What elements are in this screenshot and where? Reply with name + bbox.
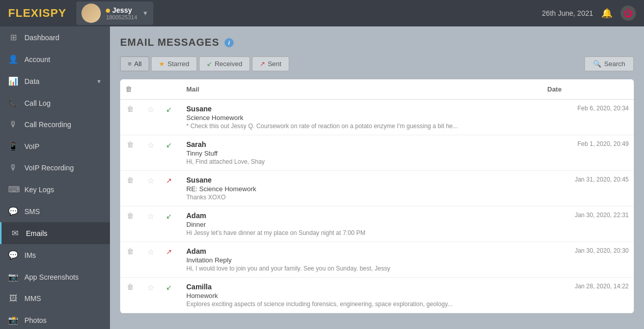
sidebar-item-label: Emails	[26, 229, 102, 237]
sidebar-item-voip[interactable]: 📱 VoIP	[0, 135, 110, 157]
sidebar-item-account[interactable]: 👤 Account	[0, 48, 110, 70]
mail-subject[interactable]: Homework	[186, 292, 537, 300]
sidebar-item-call-log[interactable]: 📞 Call Log	[0, 92, 110, 114]
user-info: Jessy 1800525314	[106, 6, 137, 20]
mail-subject[interactable]: Dinner	[186, 221, 537, 228]
power-icon[interactable]: ⏻	[621, 6, 636, 21]
received-direction-icon: ↙	[166, 99, 172, 113]
direction-cell: ↙	[161, 135, 181, 171]
direction-cell: ↙	[161, 278, 181, 313]
tab-received[interactable]: ↙ Received	[199, 56, 250, 71]
search-button[interactable]: 🔍 Search	[584, 56, 634, 71]
user-section[interactable]: Jessy 1800525314 ▼	[76, 2, 153, 25]
trash-icon[interactable]: 🗑	[127, 212, 134, 220]
topbar-left: FLEXISPY Jessy 1800525314 ▼	[8, 2, 153, 25]
star-cell[interactable]: ☆	[141, 100, 161, 135]
delete-cell[interactable]: 🗑	[120, 206, 141, 242]
sidebar-item-app-screenshots[interactable]: 📷 App Screenshots	[0, 266, 110, 288]
sms-icon: 💬	[8, 206, 18, 216]
sidebar-item-label: VoIP	[24, 142, 102, 151]
trash-icon[interactable]: 🗑	[127, 283, 134, 291]
list-icon: ≡	[128, 60, 132, 68]
star-cell[interactable]: ☆	[141, 242, 161, 278]
sender-name: Sarah	[186, 140, 537, 148]
mail-subject[interactable]: RE: Science Homework	[186, 185, 537, 193]
mail-preview: Explores exciting aspects of science inc…	[186, 301, 517, 308]
trash-icon[interactable]: 🗑	[127, 105, 134, 113]
direction-cell: ↙	[161, 100, 181, 135]
mail-subject[interactable]: Invitation Reply	[186, 256, 537, 264]
tab-starred[interactable]: ★ Starred	[151, 56, 197, 71]
star-icon[interactable]: ☆	[147, 283, 154, 292]
star-icon[interactable]: ☆	[147, 212, 154, 221]
sent-direction-icon: ↗	[166, 242, 172, 256]
delete-cell[interactable]: 🗑	[120, 135, 141, 171]
key-logs-icon: ⌨	[8, 185, 18, 194]
sidebar-item-label: SMS	[24, 207, 102, 216]
sidebar-item-call-recording[interactable]: 🎙 Call Recording	[0, 114, 110, 135]
table-header-row: 🗑 Mail Date	[120, 79, 634, 100]
sidebar-item-voip-recording[interactable]: 🎙 VoIP Recording	[0, 157, 110, 178]
star-cell[interactable]: ☆	[141, 206, 161, 242]
sidebar-item-photos[interactable]: 📸 Photos	[0, 309, 110, 329]
sidebar-item-label: Photos	[24, 316, 102, 324]
topbar: FLEXISPY Jessy 1800525314 ▼ 26th June, 2…	[0, 0, 644, 26]
col-header-date: Date	[542, 79, 634, 100]
info-icon[interactable]: i	[225, 38, 234, 47]
tab-sent[interactable]: ↗ Sent	[252, 56, 289, 71]
sidebar-item-mms[interactable]: 🖼 MMS	[0, 288, 110, 309]
mail-date: Jan 28, 2020, 14:22	[542, 278, 634, 313]
sidebar-item-sms[interactable]: 💬 SMS	[0, 200, 110, 222]
sidebar-item-dashboard[interactable]: ⊞ Dashboard	[0, 26, 110, 48]
col-header-delete: 🗑	[120, 79, 141, 100]
trash-icon[interactable]: 🗑	[127, 176, 134, 184]
mail-subject[interactable]: Tinny Stuff	[186, 149, 537, 157]
received-direction-icon: ↙	[166, 206, 172, 220]
sender-name: Camilla	[186, 283, 537, 291]
star-cell[interactable]: ☆	[141, 135, 161, 171]
table-row: 🗑 ☆ ↗ Susane RE: Science Homework Thanks…	[120, 171, 634, 206]
trash-icon[interactable]: 🗑	[127, 140, 134, 148]
main-layout: ⊞ Dashboard 👤 Account 📊 Data ▼ 📞 Call Lo…	[0, 26, 644, 329]
sidebar-item-key-logs[interactable]: ⌨ Key Logs	[0, 178, 110, 200]
sidebar: ⊞ Dashboard 👤 Account 📊 Data ▼ 📞 Call Lo…	[0, 26, 110, 329]
mail-cell: Adam Dinner Hi Jessy let's have dinner a…	[181, 206, 542, 242]
mail-preview: Hi, I would love to join you and your fa…	[186, 265, 517, 272]
star-icon[interactable]: ☆	[147, 105, 154, 114]
sidebar-item-data[interactable]: 📊 Data ▼	[0, 70, 110, 92]
logo-flexi: FLEXI	[8, 7, 42, 19]
star-icon[interactable]: ☆	[147, 248, 154, 256]
star-icon[interactable]: ☆	[147, 141, 154, 149]
sidebar-item-emails[interactable]: ✉ Emails	[0, 222, 110, 244]
chevron-down-icon[interactable]: ▼	[143, 10, 149, 17]
mail-cell: Camilla Homework Explores exciting aspec…	[181, 278, 542, 313]
sidebar-item-label: Call Log	[24, 99, 102, 107]
sender-name: Adam	[186, 247, 537, 255]
received-direction-icon: ↙	[166, 277, 172, 291]
delete-cell[interactable]: 🗑	[120, 100, 141, 135]
bell-icon[interactable]: 🔔	[601, 8, 612, 19]
tab-all[interactable]: ≡ All	[120, 56, 149, 71]
delete-cell[interactable]: 🗑	[120, 278, 141, 313]
col-header-star	[141, 79, 161, 100]
voip-icon: 📱	[8, 141, 18, 151]
sidebar-item-ims[interactable]: 💬 IMs	[0, 244, 110, 266]
star-icon[interactable]: ☆	[147, 176, 154, 185]
mail-preview: Thanks XOXO	[186, 194, 517, 201]
star-cell[interactable]: ☆	[141, 278, 161, 313]
sidebar-item-label: Account	[24, 55, 102, 64]
trash-icon[interactable]: 🗑	[127, 247, 134, 255]
email-table: 🗑 Mail Date 🗑 ☆ ↙ Sus	[120, 79, 634, 313]
star-cell[interactable]: ☆	[141, 171, 161, 206]
star-icon: ★	[159, 60, 165, 68]
mail-subject[interactable]: Science Homework	[186, 114, 537, 122]
email-table-container: 🗑 Mail Date 🗑 ☆ ↙ Sus	[120, 79, 634, 313]
sidebar-item-label: Call Recording	[24, 121, 102, 129]
sidebar-item-label: Data	[24, 77, 90, 85]
sent-icon: ↗	[260, 60, 265, 68]
table-row: 🗑 ☆ ↙ Susane Science Homework * Check th…	[120, 100, 634, 135]
sender-name: Adam	[186, 212, 537, 220]
delete-cell[interactable]: 🗑	[120, 171, 141, 206]
delete-cell[interactable]: 🗑	[120, 242, 141, 278]
mail-preview: Hi Jessy let's have dinner at my place o…	[186, 229, 517, 236]
